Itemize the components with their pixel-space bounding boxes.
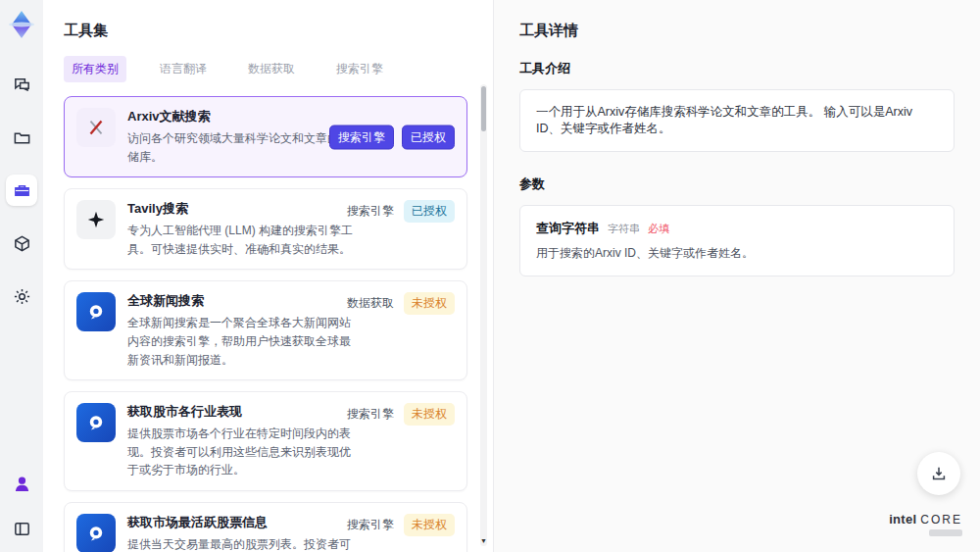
arxiv-icon [76,108,116,147]
param-type: 字符串 [608,222,640,236]
param-name: 查询字符串 [536,220,600,237]
download-button[interactable] [917,452,960,495]
category-label: 搜索引擎 [347,406,394,423]
param-required-label: 必填 [648,222,669,236]
tool-name: Tavily搜索 [127,200,353,218]
left-rail [0,0,43,552]
tool-desc: 专为人工智能代理 (LLM) 构建的搜索引擎工具。可快速提供实时、准确和真实的结… [127,222,353,258]
tool-desc: 全球新闻搜索是一个聚合全球各大新闻网站内容的搜索引擎，帮助用户快速获取全球最新资… [127,314,353,369]
toolbox-icon[interactable] [6,175,37,206]
tool-name: 获取股市各行业表现 [127,403,353,421]
tavily-icon [76,200,116,239]
tool-card-sector-performance[interactable]: 获取股市各行业表现 提供股票市场各个行业在特定时间段内的表现。投资者可以利用这些… [64,391,467,491]
tool-card-list: Arxiv文献搜索 访问各个研究领域大量科学论文和文章的存储库。 搜索引擎 已授… [64,96,467,552]
auth-status-badge: 未授权 [404,403,455,426]
tool-name: 获取市场最活跃股票信息 [127,514,353,531]
tool-name: 全球新闻搜索 [127,292,353,310]
stock-active-icon [76,514,116,552]
rail-bottom-group [6,468,37,544]
intel-core-logo: intel CORE [889,512,962,536]
tab-all-categories[interactable]: 所有类别 [64,56,126,82]
rail-icon-group [6,69,37,312]
tool-card-global-news[interactable]: 全球新闻搜索 全球新闻搜索是一个聚合全球各大新闻网站内容的搜索引擎，帮助用户快速… [64,280,467,380]
param-card: 查询字符串 字符串 必填 用于搜索的Arxiv ID、关键字或作者姓名。 [519,205,955,276]
brand-intel: intel [889,512,916,527]
auth-status-badge: 已授权 [402,125,455,149]
scrollbar-down-arrow[interactable]: ▼ [480,537,487,544]
tool-desc: 提供当天交易量最高的股票列表。投资者可以利用这些信息来识别流动性强的股票和潜在的… [127,535,353,552]
brand-core: CORE [920,513,962,527]
app-logo [5,8,38,41]
intro-heading: 工具介绍 [519,60,955,77]
tool-detail-panel: 工具详情 工具介绍 一个用于从Arxiv存储库搜索科学论文和文章的工具。 输入可… [493,0,980,552]
auth-status-badge: 未授权 [404,514,455,536]
param-desc: 用于搜索的Arxiv ID、关键字或作者姓名。 [536,245,938,262]
tab-search-engine[interactable]: 搜索引擎 [328,56,391,82]
detail-title: 工具详情 [519,22,955,40]
scrollbar-thumb[interactable] [481,86,486,131]
stock-sector-icon [76,403,116,442]
page-title: 工具集 [64,22,467,40]
tool-card-tavily[interactable]: Tavily搜索 专为人工智能代理 (LLM) 构建的搜索引擎工具。可快速提供实… [64,188,467,270]
category-tabs: 所有类别 语言翻译 数据获取 搜索引擎 [64,56,467,82]
tool-card-most-active-stocks[interactable]: 获取市场最活跃股票信息 提供当天交易量最高的股票列表。投资者可以利用这些信息来识… [64,502,467,552]
tool-meta: 数据获取 未授权 [347,292,455,315]
tool-meta: 搜索引擎 未授权 [347,514,455,536]
tab-data-fetch[interactable]: 数据获取 [240,56,303,82]
intro-text-box: 一个用于从Arxiv存储库搜索科学论文和文章的工具。 输入可以是Arxiv ID… [519,89,955,152]
panel-toggle-icon[interactable] [6,513,37,544]
category-label: 数据获取 [347,295,394,312]
category-label: 搜索引擎 [347,203,394,220]
download-icon [930,465,948,482]
list-scrollbar[interactable]: ▼ [480,84,487,546]
auth-status-badge: 已授权 [404,200,455,223]
chat-icon[interactable] [6,69,37,100]
category-badge: 搜索引擎 [329,125,394,149]
news-search-icon [76,292,116,331]
tab-language-translation[interactable]: 语言翻译 [152,56,215,82]
tool-desc: 提供股票市场各个行业在特定时间段内的表现。投资者可以利用这些信息来识别表现优于或… [127,425,353,479]
tool-list-panel: 工具集 所有类别 语言翻译 数据获取 搜索引擎 Arxiv文献搜索 访问各个研究… [43,0,493,552]
tool-name: Arxiv文献搜索 [127,108,353,125]
tool-meta: 搜索引擎 已授权 [347,200,455,223]
param-header: 查询字符串 字符串 必填 [536,220,938,237]
category-label: 搜索引擎 [347,517,394,533]
params-heading: 参数 [519,176,955,193]
tool-card-arxiv[interactable]: Arxiv文献搜索 访问各个研究领域大量科学论文和文章的存储库。 搜索引擎 已授… [64,96,467,177]
tool-meta: 搜索引擎 已授权 [329,125,455,149]
brand-subtext-bar [929,529,962,536]
cube-icon[interactable] [6,227,37,259]
tool-meta: 搜索引擎 未授权 [347,403,455,426]
auth-status-badge: 未授权 [404,292,455,315]
folder-icon[interactable] [6,122,37,153]
settings-icon[interactable] [6,280,37,312]
user-icon[interactable] [6,468,37,499]
tool-desc: 访问各个研究领域大量科学论文和文章的存储库。 [127,129,353,166]
